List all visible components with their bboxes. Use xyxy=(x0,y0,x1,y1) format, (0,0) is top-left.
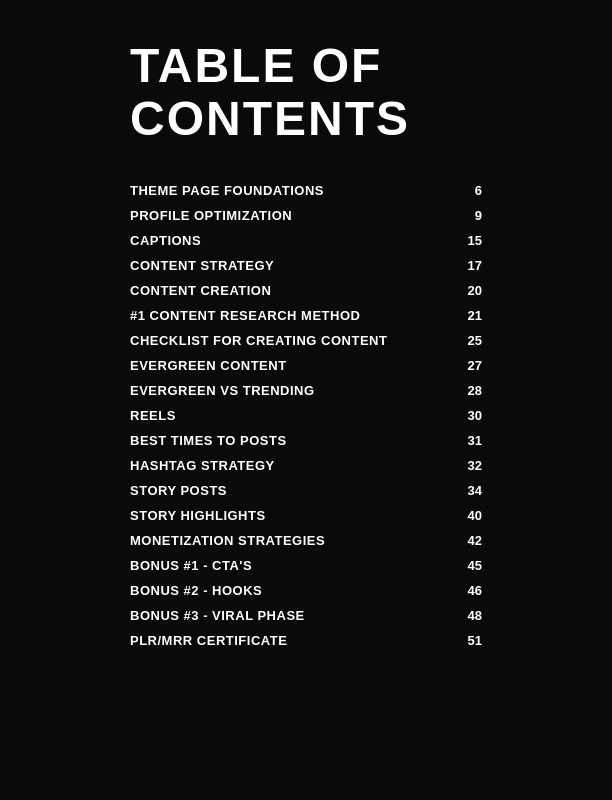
toc-list: THEME PAGE FOUNDATIONS6PROFILE OPTIMIZAT… xyxy=(130,178,482,653)
toc-item-page: 46 xyxy=(452,583,482,598)
toc-item-label: EVERGREEN CONTENT xyxy=(130,358,287,373)
toc-item-label: EVERGREEN VS TRENDING xyxy=(130,383,315,398)
toc-item-page: 42 xyxy=(452,533,482,548)
toc-item-page: 45 xyxy=(452,558,482,573)
toc-item-page: 48 xyxy=(452,608,482,623)
toc-item: PLR/MRR CERTIFICATE51 xyxy=(130,628,482,653)
toc-item: BONUS #3 - VIRAL PHASE48 xyxy=(130,603,482,628)
toc-item: CHECKLIST FOR CREATING CONTENT25 xyxy=(130,328,482,353)
toc-item-label: CHECKLIST FOR CREATING CONTENT xyxy=(130,333,387,348)
toc-item-page: 17 xyxy=(452,258,482,273)
toc-item: CAPTIONS15 xyxy=(130,228,482,253)
toc-item-label: #1 CONTENT RESEARCH METHOD xyxy=(130,308,360,323)
toc-item: BONUS #1 - CTA'S45 xyxy=(130,553,482,578)
toc-item-label: PROFILE OPTIMIZATION xyxy=(130,208,292,223)
toc-item-page: 34 xyxy=(452,483,482,498)
toc-item: EVERGREEN CONTENT27 xyxy=(130,353,482,378)
toc-item-page: 28 xyxy=(452,383,482,398)
toc-item-label: THEME PAGE FOUNDATIONS xyxy=(130,183,324,198)
toc-item: #1 CONTENT RESEARCH METHOD21 xyxy=(130,303,482,328)
toc-item-page: 9 xyxy=(452,208,482,223)
toc-item: PROFILE OPTIMIZATION9 xyxy=(130,203,482,228)
toc-item-page: 31 xyxy=(452,433,482,448)
toc-item-label: BONUS #1 - CTA'S xyxy=(130,558,252,573)
toc-item: MONETIZATION STRATEGIES42 xyxy=(130,528,482,553)
page: TABLE OF CONTENTS THEME PAGE FOUNDATIONS… xyxy=(0,0,612,800)
toc-item: STORY POSTS34 xyxy=(130,478,482,503)
toc-item-page: 25 xyxy=(452,333,482,348)
toc-item-label: BEST TIMES TO POSTS xyxy=(130,433,287,448)
toc-item-page: 15 xyxy=(452,233,482,248)
toc-item-page: 51 xyxy=(452,633,482,648)
toc-item-page: 21 xyxy=(452,308,482,323)
toc-item-page: 40 xyxy=(452,508,482,523)
toc-item-page: 30 xyxy=(452,408,482,423)
toc-item-label: BONUS #2 - HOOKS xyxy=(130,583,262,598)
toc-item-label: HASHTAG STRATEGY xyxy=(130,458,275,473)
toc-item-label: CONTENT STRATEGY xyxy=(130,258,274,273)
toc-item-label: MONETIZATION STRATEGIES xyxy=(130,533,325,548)
toc-item-label: BONUS #3 - VIRAL PHASE xyxy=(130,608,305,623)
toc-item-label: REELS xyxy=(130,408,176,423)
toc-item-label: CAPTIONS xyxy=(130,233,201,248)
page-title: TABLE OF CONTENTS xyxy=(130,40,482,146)
toc-item-label: STORY POSTS xyxy=(130,483,227,498)
toc-item-page: 20 xyxy=(452,283,482,298)
toc-item: STORY HIGHLIGHTS40 xyxy=(130,503,482,528)
toc-item-label: PLR/MRR CERTIFICATE xyxy=(130,633,287,648)
toc-item: REELS30 xyxy=(130,403,482,428)
toc-item: BONUS #2 - HOOKS46 xyxy=(130,578,482,603)
toc-item-page: 32 xyxy=(452,458,482,473)
toc-item: CONTENT STRATEGY17 xyxy=(130,253,482,278)
toc-item: EVERGREEN VS TRENDING28 xyxy=(130,378,482,403)
toc-item: CONTENT CREATION20 xyxy=(130,278,482,303)
toc-item: HASHTAG STRATEGY32 xyxy=(130,453,482,478)
toc-item-label: STORY HIGHLIGHTS xyxy=(130,508,266,523)
toc-item: BEST TIMES TO POSTS31 xyxy=(130,428,482,453)
toc-item-label: CONTENT CREATION xyxy=(130,283,271,298)
toc-item: THEME PAGE FOUNDATIONS6 xyxy=(130,178,482,203)
toc-item-page: 27 xyxy=(452,358,482,373)
toc-item-page: 6 xyxy=(452,183,482,198)
